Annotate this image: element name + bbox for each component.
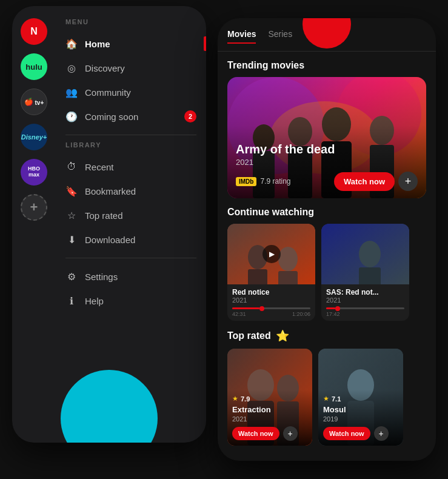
time-labels: 42:31 1:20:06 [232,311,310,317]
info-icon: ℹ [65,295,78,307]
svg-rect-18 [359,267,381,284]
sidebar-item-top-rated[interactable]: ☆ Top rated [56,203,206,227]
rated-watch-button[interactable]: Watch now [232,427,279,440]
progress-bar [326,307,404,309]
list-item[interactable]: ★ 7.9 Extraction 2021 Watch now + [227,349,312,446]
rated-movie-title: Mosul [323,405,398,414]
top-rated-section-title: Top rated [227,330,271,341]
sidebar-item-label: Recent [85,162,114,172]
hero-movie-title: Army of the dead [236,142,418,156]
hero-actions: Watch now + [334,172,418,191]
appletv-icon[interactable]: 🍎 tv+ [21,89,47,115]
time-total: 1:20:06 [292,311,310,317]
hulu-icon[interactable]: hulu [21,53,47,80]
tab-series[interactable]: Series [268,29,292,44]
rated-watch-button[interactable]: Watch now [323,427,370,440]
compass-icon: ◎ [65,62,78,74]
sidebar-item-label: Bookmarked [85,186,136,196]
sidebar-item-label: Coming soon [85,112,138,122]
menu-section-label: MENU [56,18,206,25]
hero-watch-button[interactable]: Watch now [334,172,395,191]
svg-point-14 [278,247,298,271]
add-service-icon[interactable]: + [21,194,47,221]
continue-movie-title: SAS: Red not... [326,288,404,296]
rated-add-button[interactable]: + [374,426,389,441]
recent-icon: ⏱ [65,161,78,173]
rated-add-button[interactable]: + [283,426,298,441]
users-icon: 👥 [65,86,78,98]
coming-soon-badge: 2 [184,110,196,122]
continue-thumbnail: ▶ [227,224,315,284]
rated-actions: Watch now + [323,426,398,441]
rated-score: ★ 7.9 [232,395,307,403]
sidebar-item-settings[interactable]: ⚙ Settings [56,264,206,289]
sidebar-item-help[interactable]: ℹ Help [56,289,206,313]
continue-movie-year: 2021 [232,296,310,304]
continue-thumbnail [321,224,409,284]
continue-card-info: SAS: Red not... 2021 17:42 [321,284,409,321]
tab-movies[interactable]: Movies [227,29,256,44]
sidebar-item-label: Home [85,39,110,49]
svg-rect-15 [278,271,298,284]
imdb-badge: IMDb [236,177,256,186]
list-item[interactable]: ▶ Red notice 2021 42:31 1:20:06 [227,224,315,321]
rated-card-overlay: ★ 7.9 Extraction 2021 Watch now + [227,390,312,446]
hero-movie-card[interactable]: Army of the dead 2021 IMDb 7.9 rating Wa… [227,77,426,198]
list-item[interactable]: SAS: Red not... 2021 17:42 [321,224,409,321]
score-star-icon: ★ [232,395,238,403]
continue-watching-list: ▶ Red notice 2021 42:31 1:20:06 [218,224,436,321]
progress-fill [326,307,335,309]
time-labels: 17:42 [326,311,404,317]
sidebar-item-label: Settings [85,272,118,282]
sidebar-item-label: Discovery [85,63,125,73]
sidebar-item-label: Help [85,296,104,306]
bookmark-icon: 🔖 [65,185,78,197]
menu-divider [65,135,196,135]
rated-card-overlay: ★ 7.1 Mosul 2019 Watch now + [318,390,403,446]
hbomax-icon[interactable]: HBOmax [21,159,47,186]
continue-section-title: Continue watching [218,198,436,224]
hero-rating: IMDb 7.9 rating [236,177,291,186]
sidebar-item-coming-soon[interactable]: 🕐 Coming soon 2 [56,104,206,129]
disney-icon[interactable]: Disney+ [21,124,47,150]
trending-section-title: Trending movies [218,52,436,77]
star-icon: ☆ [65,209,78,221]
continue-card-info: Red notice 2021 42:31 1:20:06 [227,284,315,321]
rated-movie-title: Extraction [232,405,307,414]
left-phone: N hulu 🍎 tv+ Disney+ HBOmax + [12,6,206,443]
hero-add-button[interactable]: + [398,172,418,191]
hero-movie-year: 2021 [236,158,418,167]
home-icon: 🏠 [65,38,78,50]
top-rated-list: ★ 7.9 Extraction 2021 Watch now + [218,349,436,446]
rated-movie-year: 2019 [323,415,398,423]
sidebar-item-discovery[interactable]: ◎ Discovery [56,56,206,80]
rated-movie-year: 2021 [232,415,307,423]
score-star-icon: ★ [323,395,329,403]
sidebar-item-downloaded[interactable]: ⬇ Downloaded [56,227,206,252]
clock-icon: 🕐 [65,110,78,122]
menu-divider-2 [65,258,196,258]
sidebar-item-home[interactable]: 🏠 Home [56,32,206,56]
sidebar-item-bookmarked[interactable]: 🔖 Bookmarked [56,179,206,203]
play-icon[interactable]: ▶ [262,245,281,263]
right-phone: Movies Series TV Shows Trending movies [218,18,436,461]
netflix-icon[interactable]: N [21,18,47,45]
library-section-label: LIBRARY [56,141,206,149]
rated-score: ★ 7.1 [323,395,398,403]
sidebar-menu: MENU 🏠 Home ◎ Discovery 👥 Community 🕐 Co… [56,6,206,443]
list-item[interactable]: ★ 7.1 Mosul 2019 Watch now + [318,349,403,446]
progress-dot [259,306,264,311]
hero-info: Army of the dead 2021 IMDb 7.9 rating Wa… [236,142,418,191]
sidebar-item-label: Top rated [85,210,123,221]
progress-dot [335,306,340,311]
svg-point-17 [359,241,381,267]
download-icon: ⬇ [65,233,78,246]
hero-meta: IMDb 7.9 rating Watch now + [236,172,418,191]
sidebar-item-label: Downloaded [85,235,135,245]
sidebar-item-recent[interactable]: ⏱ Recent [56,155,206,179]
continue-movie-year: 2021 [326,296,404,304]
progress-bar [232,307,310,309]
sidebar-item-community[interactable]: 👥 Community [56,80,206,104]
rated-actions: Watch now + [232,426,307,441]
rated-thumbnail: ★ 7.1 Mosul 2019 Watch now + [318,349,403,446]
